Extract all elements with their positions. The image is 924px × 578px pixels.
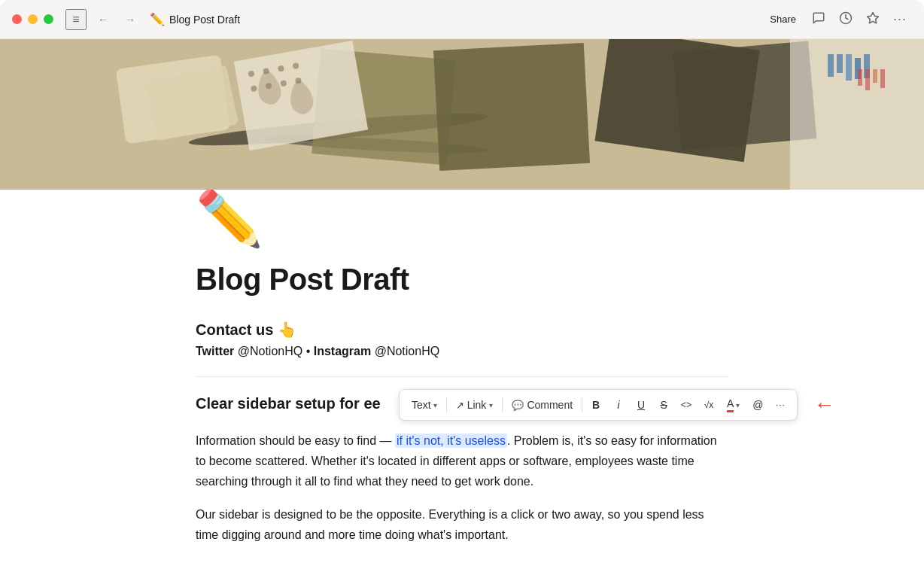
favorite-button[interactable] <box>861 8 885 32</box>
title-bar: ≡ ← → ✏️ Blog Post Draft Share <box>0 0 924 39</box>
section-divider <box>196 376 728 377</box>
underline-button[interactable]: U <box>631 394 652 415</box>
at-icon: @ <box>752 399 763 411</box>
cover-art-svg <box>0 39 924 190</box>
page-heading: Blog Post Draft <box>196 263 728 297</box>
hamburger-menu-button[interactable]: ≡ <box>65 9 87 30</box>
page-title: Blog Post Draft <box>169 14 240 26</box>
page-emoji: ✏️ <box>196 187 728 251</box>
mention-button[interactable]: @ <box>747 394 768 415</box>
more-toolbar-button[interactable]: ··· <box>770 394 791 415</box>
body-text-start: Information should be easy to find — <box>196 434 395 447</box>
link-label: Link <box>467 399 487 411</box>
minimize-button[interactable] <box>28 14 38 24</box>
svg-rect-24 <box>846 54 852 81</box>
underline-icon: U <box>637 399 645 411</box>
twitter-handle: @NotionHQ <box>238 345 303 357</box>
instagram-handle: @NotionHQ <box>375 345 440 357</box>
text-type-button[interactable]: Text ▾ <box>406 396 443 414</box>
toolbar-right: Share ··· <box>762 8 912 32</box>
page-content: ✏️ Blog Post Draft Contact us 👆 Twitter … <box>123 190 801 578</box>
formatted-section: Clear sidebar setup for ee Text ▾ ↗ Link… <box>196 395 728 412</box>
strike-icon: S <box>660 399 667 411</box>
svg-marker-1 <box>868 12 879 23</box>
contact-title: Contact us 👆 <box>196 321 728 339</box>
instagram-label: Instagram <box>314 345 371 357</box>
clock-icon <box>839 11 853 28</box>
close-button[interactable] <box>12 14 22 24</box>
body-paragraph-1: Information should be easy to find — if … <box>196 430 728 492</box>
comment-icon <box>812 11 825 28</box>
back-nav-button[interactable]: ← <box>93 9 114 30</box>
equation-icon: √x <box>704 400 714 410</box>
color-label: A <box>727 397 734 412</box>
toolbar-divider-3 <box>582 397 582 412</box>
comment-button[interactable]: 💬 Comment <box>506 396 579 414</box>
contact-section: Contact us 👆 Twitter @NotionHQ • Instagr… <box>196 321 728 358</box>
code-button[interactable]: <> <box>676 394 697 415</box>
more-options-button[interactable]: ··· <box>888 8 912 32</box>
svg-rect-27 <box>858 69 862 86</box>
link-chevron: ▾ <box>489 401 493 409</box>
comment-bubble-icon: 💬 <box>512 400 524 411</box>
svg-rect-23 <box>837 54 843 73</box>
more-toolbar-icon: ··· <box>776 400 786 410</box>
arrow-indicator: ← <box>813 393 834 417</box>
comments-button[interactable] <box>807 8 831 32</box>
forward-nav-button[interactable]: → <box>120 9 141 30</box>
history-button[interactable] <box>834 8 858 32</box>
svg-rect-29 <box>873 69 877 83</box>
text-type-chevron: ▾ <box>433 401 437 409</box>
page-emoji-icon: ✏️ <box>150 12 165 26</box>
code-icon: <> <box>681 400 691 410</box>
share-button[interactable]: Share <box>762 11 804 28</box>
text-type-label: Text <box>412 399 431 411</box>
heading-continuation: e <box>372 395 381 412</box>
highlight-text: if it's not, it's useless <box>395 434 507 448</box>
bold-icon: B <box>592 399 600 411</box>
italic-button[interactable]: i <box>608 394 629 415</box>
svg-rect-30 <box>880 69 885 88</box>
cover-image <box>0 39 924 190</box>
svg-rect-22 <box>828 54 834 77</box>
equation-button[interactable]: √x <box>698 394 719 415</box>
comment-label: Comment <box>527 399 573 411</box>
more-dots-icon: ··· <box>893 11 907 27</box>
traffic-lights <box>12 14 53 24</box>
separator: • <box>306 345 314 357</box>
link-arrow-icon: ↗ <box>456 400 464 411</box>
body-paragraph-2: Our sidebar is designed to be the opposi… <box>196 504 728 545</box>
italic-icon: i <box>618 399 620 411</box>
toolbar-divider-1 <box>446 397 447 412</box>
svg-rect-9 <box>433 43 590 171</box>
breadcrumb: ✏️ Blog Post Draft <box>150 12 240 26</box>
toolbar-divider-2 <box>502 397 503 412</box>
content-area: ✏️ Blog Post Draft Contact us 👆 Twitter … <box>0 39 924 578</box>
strike-button[interactable]: S <box>653 394 674 415</box>
format-toolbar[interactable]: Text ▾ ↗ Link ▾ 💬 Comment <box>399 389 798 421</box>
star-icon <box>866 11 880 28</box>
contact-links: Twitter @NotionHQ • Instagram @NotionHQ <box>196 345 728 358</box>
maximize-button[interactable] <box>44 14 53 24</box>
twitter-label: Twitter <box>196 345 234 357</box>
bold-button[interactable]: B <box>585 394 606 415</box>
color-chevron: ▾ <box>736 401 740 409</box>
color-button[interactable]: A ▾ <box>721 394 746 415</box>
link-button[interactable]: ↗ Link ▾ <box>450 396 500 414</box>
svg-rect-28 <box>865 69 870 90</box>
